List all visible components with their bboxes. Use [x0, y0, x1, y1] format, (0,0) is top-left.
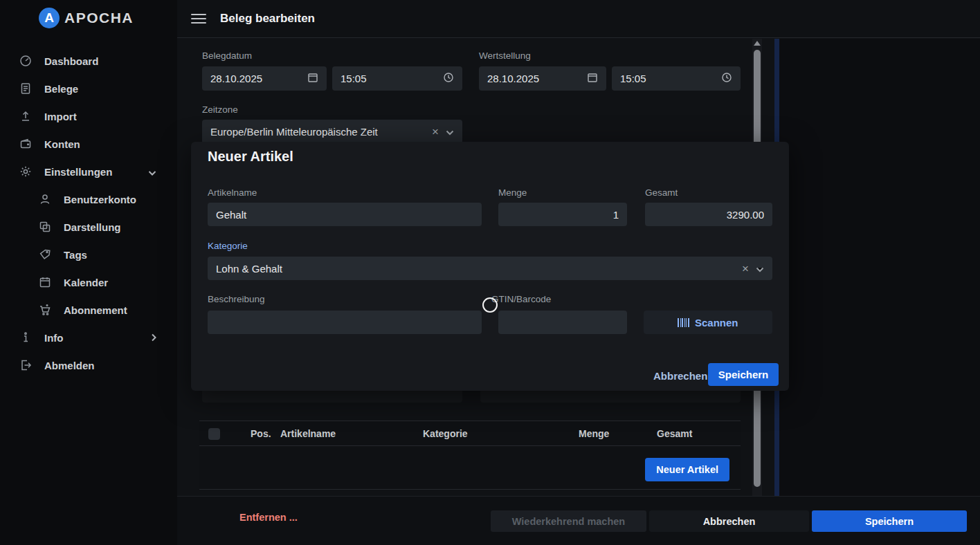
brand-name: APOCHA [64, 10, 134, 26]
dashboard-icon [19, 55, 32, 67]
gear-icon [19, 165, 32, 178]
gtin-label: GTIN/Barcode [491, 294, 551, 304]
belegdatum-time-input[interactable] [341, 73, 443, 84]
sidebar-item-import[interactable]: Import [0, 102, 177, 130]
theme-icon [39, 221, 51, 233]
document-icon [19, 82, 32, 95]
tag-icon [39, 248, 51, 261]
sidebar-item-abmelden[interactable]: Abmelden [0, 351, 177, 379]
sidebar-item-label: Dashboard [44, 55, 98, 67]
gesamt-field[interactable] [645, 203, 772, 226]
clear-icon[interactable]: × [429, 126, 442, 138]
action-bar: Entfernen ... Wiederkehrend machen Abbre… [177, 496, 980, 545]
kategorie-label: Kategorie [208, 241, 248, 251]
cursor-click-indicator [482, 297, 498, 313]
logout-icon [19, 359, 32, 371]
zeitzone-select[interactable]: Europe/Berlin Mitteleuropäische Zeit × [202, 120, 462, 144]
make-recurring-button[interactable]: Wiederkehrend machen [491, 510, 646, 532]
clock-icon[interactable] [443, 72, 454, 85]
beschreibung-label: Beschreibung [208, 294, 265, 304]
items-table: Pos. Artikelname Kategorie Menge Gesamt … [199, 421, 741, 490]
scan-button[interactable]: Scannen [644, 311, 772, 334]
gtin-input[interactable] [507, 317, 619, 329]
menu-toggle-icon[interactable] [191, 14, 206, 24]
calendar-icon [39, 276, 51, 288]
save-button[interactable]: Speichern [812, 510, 967, 532]
belegdatum-time-field[interactable] [332, 66, 462, 91]
calendar-icon[interactable] [307, 72, 318, 85]
sidebar-item-abonnement[interactable]: Abonnement [0, 296, 177, 324]
wertstellung-date-input[interactable] [487, 73, 587, 84]
new-article-button[interactable]: Neuer Artikel [645, 458, 729, 481]
clear-icon[interactable]: × [739, 263, 752, 275]
menge-input[interactable] [507, 209, 619, 221]
belegdatum-label: Belegdatum [202, 50, 252, 61]
belegdatum-date-input[interactable] [210, 73, 307, 84]
sidebar-item-info[interactable]: Info [0, 324, 177, 351]
sidebar-item-benutzerkonto[interactable]: Benutzerkonto [0, 185, 177, 213]
brand-logo[interactable]: A APOCHA [39, 8, 134, 28]
scan-button-label: Scannen [695, 317, 738, 329]
document-preview-pane [779, 39, 980, 496]
calendar-icon[interactable] [587, 72, 598, 85]
modal-save-button[interactable]: Speichern [708, 363, 779, 386]
chevron-right-icon [151, 332, 156, 344]
artikelname-label: Artikelname [208, 187, 257, 198]
user-icon [39, 193, 51, 205]
col-pos: Pos. [251, 428, 271, 439]
items-table-header: Pos. Artikelname Kategorie Menge Gesamt [199, 421, 741, 446]
belegdatum-date-field[interactable] [202, 66, 327, 91]
cancel-button[interactable]: Abbrechen [649, 510, 809, 532]
artikelname-input[interactable] [216, 209, 473, 221]
chevron-down-icon [148, 166, 156, 178]
scroll-up-arrow-icon[interactable] [754, 41, 761, 46]
beschreibung-input[interactable] [216, 317, 473, 329]
wertstellung-time-field[interactable] [612, 66, 741, 91]
menge-label: Menge [498, 187, 527, 198]
sidebar-item-konten[interactable]: Konten [0, 130, 177, 158]
new-article-modal: Neuer Artikel Artikelname Menge Gesamt K… [191, 142, 789, 391]
barcode-icon [678, 318, 689, 327]
wertstellung-label: Wertstellung [479, 50, 531, 61]
beschreibung-field[interactable] [208, 311, 482, 334]
zeitzone-label: Zeitzone [202, 104, 238, 115]
sidebar-item-kalender[interactable]: Kalender [0, 268, 177, 296]
page-title: Beleg bearbeiten [220, 12, 315, 26]
wertstellung-time-input[interactable] [620, 73, 721, 84]
sidebar-item-belege[interactable]: Belege [0, 75, 177, 102]
upload-icon [19, 110, 32, 122]
menge-field[interactable] [498, 203, 627, 226]
sidebar-item-einstellungen[interactable]: Einstellungen [0, 158, 177, 185]
artikelname-field[interactable] [208, 203, 482, 226]
sidebar-item-label: Kalender [64, 277, 108, 288]
sidebar-item-label: Abonnement [64, 304, 127, 316]
wertstellung-date-field[interactable] [479, 66, 606, 91]
col-menge: Menge [579, 428, 609, 439]
sidebar-item-darstellung[interactable]: Darstellung [0, 213, 177, 241]
cart-plus-icon [39, 304, 51, 316]
gtin-field[interactable] [498, 311, 627, 334]
sidebar-item-label: Darstellung [64, 221, 121, 233]
sidebar-item-label: Info [44, 332, 64, 344]
modal-cancel-button[interactable]: Abbrechen [645, 364, 716, 387]
kategorie-select[interactable]: Lohn & Gehalt × [208, 257, 772, 280]
sidebar-item-label: Benutzerkonto [64, 194, 136, 205]
select-all-checkbox[interactable] [208, 428, 220, 440]
gesamt-input[interactable] [653, 209, 764, 221]
sidebar-item-label: Tags [64, 249, 87, 261]
zeitzone-value: Europe/Berlin Mitteleuropäische Zeit [210, 126, 429, 138]
sidebar-item-dashboard[interactable]: Dashboard [0, 47, 177, 75]
sidebar-item-label: Konten [44, 138, 80, 150]
chevron-down-icon[interactable] [446, 126, 454, 138]
sidebar-item-tags[interactable]: Tags [0, 241, 177, 268]
sidebar-item-label: Belege [44, 83, 78, 95]
remove-button[interactable]: Entfernen ... [239, 512, 298, 523]
sidebar-item-label: Abmelden [44, 360, 95, 371]
chevron-down-icon[interactable] [756, 263, 764, 275]
sidebar-item-label: Import [44, 111, 77, 122]
col-gesamt: Gesamt [657, 428, 692, 439]
info-icon [19, 331, 32, 344]
clock-icon[interactable] [721, 72, 732, 85]
gesamt-label: Gesamt [645, 187, 678, 198]
modal-title: Neuer Artikel [208, 149, 293, 165]
